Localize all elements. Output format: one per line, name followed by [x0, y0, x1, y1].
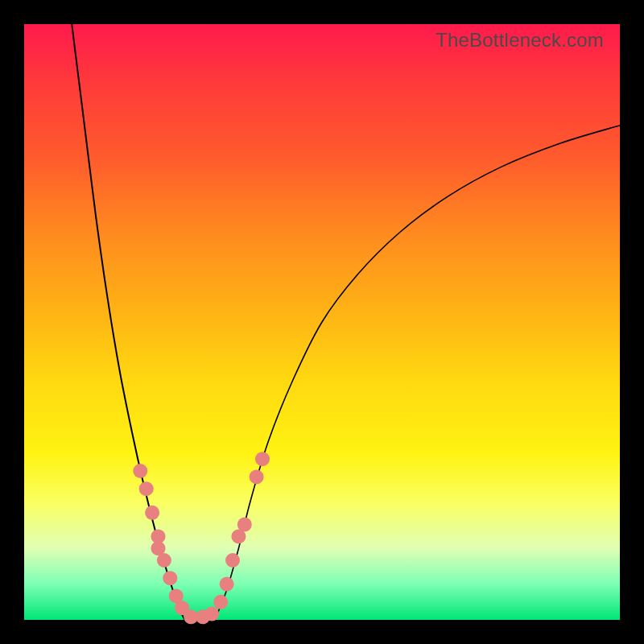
plot-area: TheBottleneck.com	[24, 24, 620, 620]
scatter-dot	[255, 452, 270, 466]
scatter-dot	[225, 553, 240, 568]
scatter-dot	[145, 506, 159, 520]
scatter-dot	[139, 481, 154, 496]
scatter-dot	[163, 571, 177, 585]
left-curve	[72, 24, 185, 620]
scatter-dot	[213, 595, 228, 609]
scatter-dots	[133, 452, 270, 624]
chart-frame: TheBottleneck.com	[0, 0, 644, 644]
scatter-dot	[157, 553, 171, 568]
right-curve	[215, 126, 620, 620]
scatter-dot	[220, 577, 234, 592]
scatter-dot	[250, 469, 264, 484]
scatter-dot	[133, 464, 147, 478]
scatter-dot	[237, 518, 252, 532]
chart-svg	[24, 24, 620, 620]
scatter-dot	[204, 607, 219, 621]
